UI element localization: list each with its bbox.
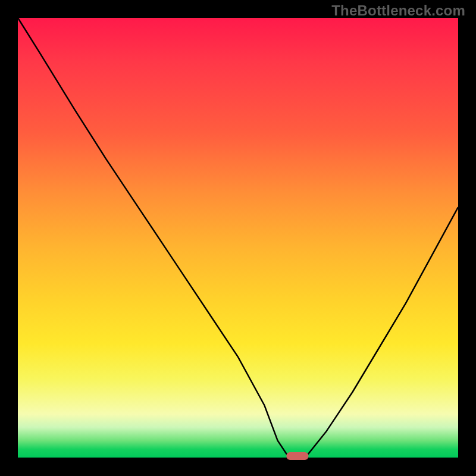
optimal-marker xyxy=(286,452,308,460)
watermark-text: TheBottleneck.com xyxy=(331,2,465,19)
bottleneck-curve xyxy=(18,18,458,458)
plot-wrap xyxy=(18,18,458,458)
chart-frame: TheBottleneck.com xyxy=(0,0,476,476)
plot-svg xyxy=(18,18,458,458)
